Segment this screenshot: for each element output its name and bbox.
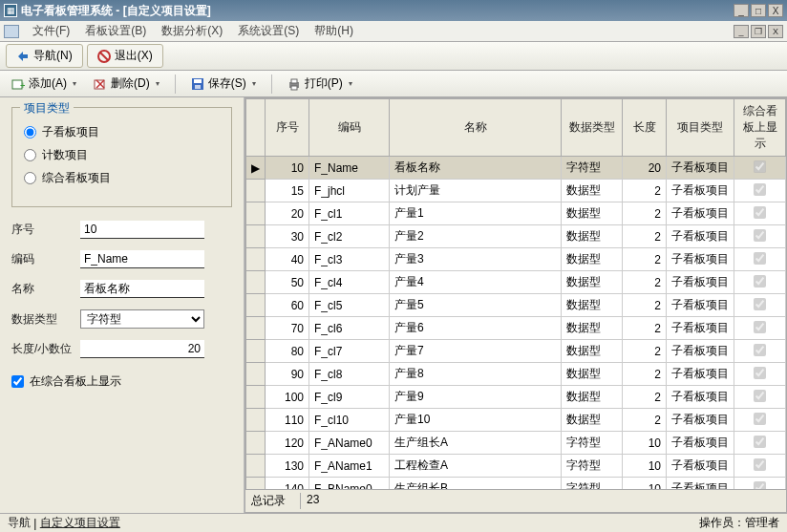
crumb-page[interactable]: 自定义项目设置: [40, 515, 120, 531]
show-cell-checkbox[interactable]: [754, 367, 766, 379]
show-cell-checkbox[interactable]: [754, 321, 766, 333]
table-row[interactable]: 100F_cl9产量9数据型2子看板项目: [246, 386, 786, 409]
cell-dtype: 字符型: [562, 432, 623, 455]
show-cell-checkbox[interactable]: [754, 183, 766, 196]
delete-button[interactable]: 删除(D) ▾: [88, 74, 165, 94]
table-row[interactable]: 60F_cl5产量5数据型2子看板项目: [246, 294, 786, 317]
radio-label: 综合看板项目: [42, 170, 111, 186]
name-input[interactable]: [80, 280, 204, 298]
cell-code: F_cl6: [309, 317, 390, 340]
show-cell-checkbox[interactable]: [754, 160, 766, 173]
table-row[interactable]: 130F_AName1工程检查A字符型10子看板项目: [246, 455, 786, 478]
maximize-button[interactable]: □: [751, 4, 766, 17]
table-row[interactable]: 30F_cl2产量2数据型2子看板项目: [246, 225, 786, 248]
cell-seq: 90: [266, 363, 309, 386]
cell-code: F_cl1: [309, 202, 390, 225]
col-header[interactable]: 项目类型: [667, 99, 734, 157]
cell-len: 10: [623, 432, 667, 455]
table-row[interactable]: 15F_jhcl计划产量数据型2子看板项目: [246, 180, 786, 202]
crumb-sep: |: [31, 517, 40, 530]
save-label: 保存(S): [208, 75, 246, 92]
col-header[interactable]: 编码: [309, 99, 390, 157]
cell-show: [734, 180, 786, 202]
radio-count-input[interactable]: [24, 149, 36, 161]
row-indicator: [246, 202, 266, 225]
right-panel: 序号编码名称数据类型长度项目类型综合看板上显示 ▶10F_Name看板名称字符型…: [245, 97, 787, 513]
save-button[interactable]: 保存(S) ▾: [185, 74, 262, 94]
show-cell-checkbox[interactable]: [754, 252, 766, 265]
col-header[interactable]: 名称: [390, 99, 562, 157]
radio-sub-board-input[interactable]: [24, 126, 36, 138]
show-cell-checkbox[interactable]: [754, 206, 766, 219]
col-header[interactable]: 长度: [623, 99, 667, 157]
table-row[interactable]: ▶10F_Name看板名称字符型20子看板项目: [246, 157, 786, 180]
cell-code: F_Name: [309, 157, 390, 180]
menu-board[interactable]: 看板设置(B): [77, 21, 154, 41]
dropdown-arrow-icon: ▾: [252, 79, 256, 88]
cell-show: [734, 432, 786, 455]
col-header[interactable]: 数据类型: [562, 99, 623, 157]
nav-button[interactable]: 导航(N): [6, 44, 83, 68]
name-label: 名称: [11, 281, 80, 297]
table-row[interactable]: 40F_cl3产量3数据型2子看板项目: [246, 248, 786, 271]
cell-len: 20: [623, 157, 667, 180]
cell-dtype: 字符型: [562, 478, 623, 491]
mdi-close-button[interactable]: X: [768, 25, 783, 38]
show-cell-checkbox[interactable]: [754, 229, 766, 242]
table-row[interactable]: 110F_cl10产量10数据型2子看板项目: [246, 409, 786, 432]
show-cell-checkbox[interactable]: [754, 390, 766, 402]
table-row[interactable]: 50F_cl4产量4数据型2子看板项目: [246, 271, 786, 294]
col-header[interactable]: 综合看板上显示: [734, 99, 786, 157]
show-cell-checkbox[interactable]: [754, 413, 766, 425]
exit-label: 退出(X): [115, 48, 153, 64]
show-cell-checkbox[interactable]: [754, 344, 766, 356]
add-button[interactable]: + 添加(A) ▾: [6, 74, 82, 94]
table-row[interactable]: 70F_cl6产量6数据型2子看板项目: [246, 317, 786, 340]
mdi-restore-button[interactable]: ❐: [751, 25, 766, 38]
cell-name: 看板名称: [390, 157, 562, 180]
cell-code: F_jhcl: [309, 180, 390, 202]
cell-ptype: 子看板项目: [667, 455, 734, 478]
dtype-select[interactable]: 字符型: [80, 309, 204, 329]
mdi-minimize-button[interactable]: _: [734, 25, 749, 38]
show-cell-checkbox[interactable]: [754, 436, 766, 448]
close-button[interactable]: X: [768, 4, 783, 17]
dtype-row: 数据类型 字符型: [11, 309, 232, 329]
cell-ptype: 子看板项目: [667, 225, 734, 248]
grid-wrap[interactable]: 序号编码名称数据类型长度项目类型综合看板上显示 ▶10F_Name看板名称字符型…: [245, 97, 787, 490]
code-input[interactable]: [80, 250, 204, 268]
cell-len: 2: [623, 202, 667, 225]
crumb-nav[interactable]: 导航: [8, 515, 31, 531]
radio-composite-input[interactable]: [24, 172, 36, 184]
menu-file[interactable]: 文件(F): [25, 21, 77, 41]
show-cell-checkbox[interactable]: [754, 275, 766, 287]
cell-dtype: 数据型: [562, 180, 623, 202]
show-cell-checkbox[interactable]: [754, 481, 766, 491]
minimize-button[interactable]: _: [734, 4, 749, 17]
menu-data[interactable]: 数据分析(X): [154, 21, 230, 41]
exit-icon: [97, 50, 111, 63]
table-row[interactable]: 80F_cl7产量7数据型2子看板项目: [246, 340, 786, 363]
show-cell-checkbox[interactable]: [754, 298, 766, 310]
table-row[interactable]: 90F_cl8产量8数据型2子看板项目: [246, 363, 786, 386]
print-label: 打印(P): [305, 75, 343, 92]
show-checkbox[interactable]: [11, 375, 24, 388]
show-on-composite[interactable]: 在综合看板上显示: [11, 373, 232, 390]
radio-count[interactable]: 计数项目: [24, 147, 220, 163]
exit-button[interactable]: 退出(X): [87, 44, 163, 68]
radio-composite[interactable]: 综合看板项目: [24, 170, 220, 186]
col-header[interactable]: 序号: [266, 99, 309, 157]
cell-seq: 20: [266, 202, 309, 225]
seq-input[interactable]: [80, 221, 204, 239]
table-row[interactable]: 140F_BName0生产组长B字符型10子看板项目: [246, 478, 786, 491]
show-cell-checkbox[interactable]: [754, 458, 766, 471]
radio-sub-board[interactable]: 子看板项目: [24, 124, 220, 140]
window-title: 电子看板管理系统 - [自定义项目设置]: [21, 3, 734, 19]
print-button[interactable]: 打印(P) ▾: [282, 74, 358, 94]
table-row[interactable]: 120F_AName0生产组长A字符型10子看板项目: [246, 432, 786, 455]
menu-help[interactable]: 帮助(H): [307, 21, 361, 41]
table-row[interactable]: 20F_cl1产量1数据型2子看板项目: [246, 202, 786, 225]
len-input[interactable]: [80, 340, 204, 358]
radio-label: 子看板项目: [42, 124, 99, 140]
menu-sys[interactable]: 系统设置(S): [230, 21, 307, 41]
